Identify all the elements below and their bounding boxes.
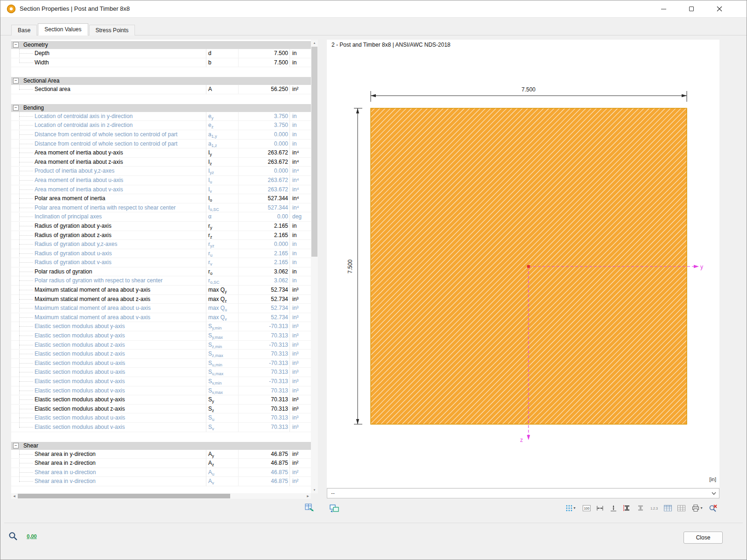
table-row[interactable]: Shear area in v-directionAv46.875in² — [11, 477, 311, 486]
row-description: Maximum statical moment of area about z-… — [11, 295, 206, 304]
table-row[interactable]: Radius of gyration about z-axisrz2.165in — [11, 231, 311, 240]
minimize-button[interactable] — [653, 0, 674, 18]
extension-lines-button[interactable] — [607, 503, 620, 514]
collapse-icon[interactable]: − — [13, 78, 19, 84]
section-header[interactable]: −Shear — [11, 442, 311, 450]
row-unit: in³ — [289, 304, 311, 313]
row-value: 7.500 — [238, 58, 289, 68]
table-row[interactable]: Radius of gyration about y,z-axesryz0.00… — [11, 240, 311, 249]
table-row[interactable]: Elastic section modulus about z-axisSz70… — [11, 405, 311, 414]
row-description: Area moment of inertia about z-axis — [11, 158, 206, 167]
table-row[interactable]: Location of centroidal axis in y-directi… — [11, 112, 311, 121]
table-row[interactable]: Radius of gyration about u-axisru2.165in — [11, 249, 311, 259]
row-description: Elastic section modulus about u-axis — [11, 368, 206, 377]
maximize-button[interactable] — [681, 0, 702, 18]
clear-zoom-button[interactable] — [707, 503, 719, 514]
dimension-lines-button[interactable] — [594, 503, 606, 514]
section-header[interactable]: −Sectional Area — [11, 77, 311, 85]
table-row[interactable]: Shear area in u-directionAu46.875in² — [11, 468, 311, 477]
row-symbol: a1,y — [206, 130, 238, 140]
table-row[interactable]: Polar radius of gyration with respect to… — [11, 276, 311, 286]
section-header[interactable]: −Geometry — [11, 41, 311, 49]
table-row[interactable]: Elastic section modulus about u-axisSu,m… — [11, 368, 311, 377]
section-header[interactable]: −Bending — [11, 104, 311, 112]
table-row[interactable]: Elastic section modulus about u-axisSu70… — [11, 413, 311, 423]
results-table-button[interactable] — [662, 503, 674, 514]
tab-section-values[interactable]: Section Values — [38, 23, 88, 35]
export-table-button[interactable] — [303, 502, 316, 514]
table-row[interactable]: Elastic section modulus about y-axisSy,m… — [11, 322, 311, 331]
section-rows: Location of centroidal axis in y-directi… — [11, 112, 311, 432]
row-value: 52.734 — [238, 295, 289, 304]
collapse-icon[interactable]: − — [13, 42, 19, 48]
table-row[interactable]: Maximum statical moment of area about u-… — [11, 304, 311, 313]
table-row[interactable]: Sectional areaA56.250in² — [11, 85, 311, 94]
table-row[interactable]: Widthb7.500in — [11, 58, 311, 68]
table-row[interactable]: Maximum statical moment of area about y-… — [11, 286, 311, 295]
section-dimensions-button[interactable] — [621, 503, 633, 514]
table-row[interactable]: Elastic section modulus about v-axisSv,m… — [11, 377, 311, 386]
table-row[interactable]: Distance from centroid of whole section … — [11, 140, 311, 149]
table-row[interactable]: Radius of gyration about y-axisry2.165in — [11, 222, 311, 231]
table-row[interactable]: Shear area in z-directionAz46.875in² — [11, 459, 311, 468]
table-row[interactable]: Maximum statical moment of area about v-… — [11, 313, 311, 322]
table-row[interactable]: Area moment of inertia about u-axisIu263… — [11, 176, 311, 185]
print-button[interactable]: ▾ — [689, 503, 705, 514]
table-row[interactable]: Polar radius of gyrationro3.062in — [11, 267, 311, 277]
result-combo[interactable]: -- — [327, 488, 719, 498]
table-row[interactable]: Elastic section modulus about v-axisSv,m… — [11, 386, 311, 396]
row-description: Elastic section modulus about z-axis — [11, 405, 206, 414]
table-row[interactable]: Inclination of principal axesα0.00deg — [11, 212, 311, 222]
table-row[interactable]: Area moment of inertia about v-axisIv263… — [11, 185, 311, 195]
table-row[interactable]: Maximum statical moment of area about z-… — [11, 295, 311, 304]
vertical-scroll-thumb[interactable] — [311, 47, 317, 257]
table-row[interactable]: Area moment of inertia about y-axisIy263… — [11, 148, 311, 158]
table-row[interactable]: Elastic section modulus about u-axisSu,m… — [11, 359, 311, 368]
vertical-scrollbar[interactable]: ▲ ▼ — [311, 40, 318, 493]
table-row[interactable]: Shear area in y-directionAy46.875in² — [11, 450, 311, 459]
row-unit: in⁴ — [289, 167, 311, 176]
table-row[interactable]: Elastic section modulus about y-axisSy70… — [11, 395, 311, 405]
table-row[interactable]: Distance from centroid of whole section … — [11, 130, 311, 140]
table-row[interactable]: Elastic section modulus about v-axisSv70… — [11, 423, 311, 432]
row-description: Polar area moment of inertia with respec… — [11, 203, 206, 213]
table-row[interactable]: Radius of gyration about v-axisrv2.165in — [11, 258, 311, 267]
collapse-icon[interactable]: − — [13, 105, 19, 111]
table-row[interactable]: Depthd7.500in — [11, 49, 311, 58]
stress-points-select-button[interactable]: ▾ — [562, 503, 579, 514]
table-row[interactable]: Elastic section modulus about y-axisSy,m… — [11, 331, 311, 341]
row-value: 3.062 — [238, 267, 289, 277]
tab-base[interactable]: Base — [11, 25, 37, 35]
row-unit: in⁴ — [289, 158, 311, 167]
table-row[interactable]: Product of inertia about y,z-axesIyz0.00… — [11, 167, 311, 176]
numbering-button[interactable]: 1.2.3 — [648, 503, 660, 514]
table-row[interactable]: Area moment of inertia about z-axisIz263… — [11, 158, 311, 167]
tab-stress-points[interactable]: Stress Points — [89, 25, 135, 35]
table-row[interactable]: Polar area moment of inertiaIo527.344in⁴ — [11, 194, 311, 203]
decimal-places-button[interactable]: 0,00 — [23, 530, 40, 542]
refresh-view-button[interactable] — [328, 503, 341, 514]
table-row[interactable]: Elastic section modulus about z-axisSz,m… — [11, 341, 311, 350]
table-row[interactable]: Polar area moment of inertia with respec… — [11, 203, 311, 213]
scroll-up-icon[interactable]: ▲ — [311, 40, 318, 46]
close-button[interactable]: Close — [684, 532, 723, 544]
scroll-left-icon[interactable]: ◀ — [11, 493, 17, 499]
result-combo-value: -- — [331, 490, 335, 497]
horizontal-scrollbar[interactable]: ◀ ▶ — [11, 493, 311, 499]
row-symbol: Az — [206, 459, 238, 468]
close-window-button[interactable] — [709, 0, 730, 18]
row-unit: in — [289, 258, 311, 267]
horizontal-scroll-thumb[interactable] — [18, 494, 230, 498]
find-section-button[interactable] — [7, 530, 20, 542]
section-outline-button[interactable] — [634, 503, 647, 514]
scroll-down-icon[interactable]: ▼ — [311, 487, 318, 493]
zoom-100-button[interactable]: 100 — [580, 503, 592, 514]
row-value: 2.165 — [238, 231, 289, 240]
values-grid-button[interactable] — [675, 503, 687, 514]
scroll-right-icon[interactable]: ▶ — [305, 493, 311, 499]
table-row[interactable]: Location of centroidal axis in z-directi… — [11, 121, 311, 130]
collapse-icon[interactable]: − — [13, 443, 19, 448]
section-title: Sectional Area — [23, 77, 59, 84]
row-description: Shear area in u-direction — [11, 468, 206, 477]
table-row[interactable]: Elastic section modulus about z-axisSz,m… — [11, 350, 311, 359]
